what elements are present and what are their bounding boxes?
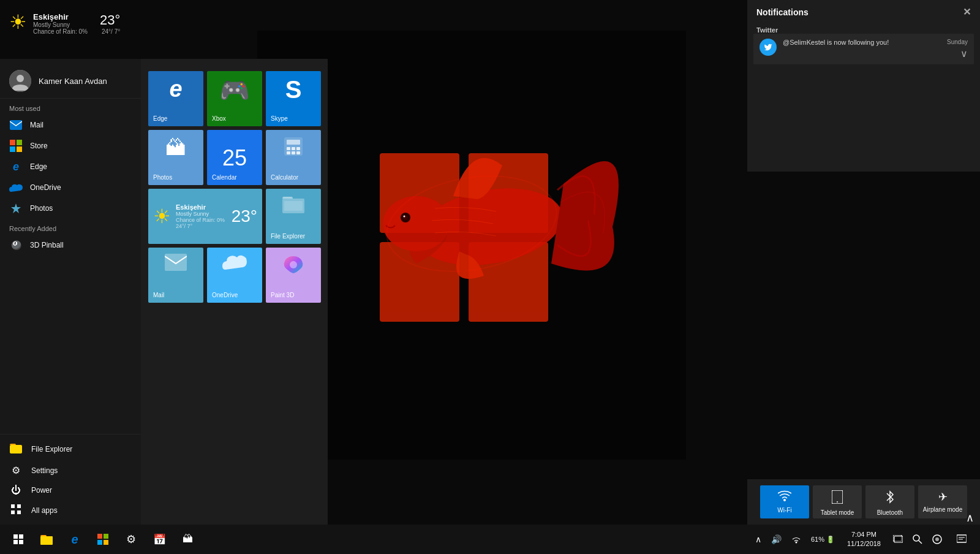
- taskbar-calendar[interactable]: 📅: [146, 525, 173, 554]
- tile-calendar[interactable]: 25 Calendar: [207, 130, 262, 185]
- calendar-date: 25: [222, 147, 247, 169]
- app-item-photos[interactable]: Photos: [0, 198, 141, 219]
- calculator-icon: [282, 135, 305, 159]
- taskbar-settings[interactable]: ⚙: [118, 525, 145, 554]
- taskbar-notification-center[interactable]: [948, 525, 975, 554]
- quick-action-wifi[interactable]: Wi-Fi: [760, 485, 809, 518]
- tile-mail[interactable]: Mail: [148, 248, 203, 303]
- svg-rect-43: [40, 536, 53, 545]
- quick-action-airplane[interactable]: ✈ Airplane mode: [918, 485, 967, 518]
- tile-xbox[interactable]: 🎮 Xbox: [207, 71, 262, 126]
- twitter-icon: [760, 39, 777, 56]
- svg-rect-44: [97, 534, 102, 539]
- quick-actions-chevron[interactable]: ∧: [966, 511, 974, 525]
- tile-paint3d[interactable]: Paint 3D: [266, 248, 321, 303]
- svg-rect-34: [165, 254, 187, 271]
- tile-onedrive[interactable]: OneDrive: [207, 248, 262, 303]
- app-item-edge[interactable]: e Edge: [0, 156, 141, 177]
- taskbar-fileexplorer[interactable]: [33, 525, 60, 554]
- tile-weather[interactable]: ☀ Eskişehir Mostly Sunny Chance of Rain:…: [148, 189, 262, 244]
- settings-button[interactable]: ⚙ Settings: [0, 460, 141, 480]
- notifications-close-button[interactable]: ✕: [963, 6, 971, 18]
- most-used-label: Most used: [0, 99, 141, 115]
- app-label-edge: Edge: [30, 162, 47, 171]
- onedrive-tile-icon: [222, 254, 247, 271]
- bluetooth-qa-icon: [886, 490, 894, 507]
- tiles-grid: e Edge 🎮 Xbox S Skype 🏔 Photos 25 Calend…: [148, 71, 320, 303]
- svg-rect-55: [957, 535, 967, 542]
- start-button[interactable]: [5, 525, 32, 554]
- taskbar-battery[interactable]: 61% 🔋: [807, 525, 839, 554]
- battery-display: 61% 🔋: [811, 536, 835, 544]
- file-explorer-button[interactable]: File Explorer: [0, 438, 141, 460]
- tile-calculator[interactable]: Calculator: [266, 130, 321, 185]
- tile-edge[interactable]: e Edge: [148, 71, 203, 126]
- svg-rect-42: [19, 540, 23, 544]
- taskbar-store[interactable]: [89, 525, 116, 554]
- app-label-store: Store: [30, 142, 48, 150]
- app-label-3dpinball: 3D Pinball: [30, 241, 64, 249]
- svg-rect-13: [10, 120, 22, 130]
- quick-action-tablet[interactable]: Tablet mode: [813, 485, 862, 518]
- svg-rect-20: [11, 504, 15, 508]
- app-item-3dpinball[interactable]: 🎱 3D Pinball: [0, 235, 141, 256]
- taskbar-tray-expand[interactable]: ∧: [752, 525, 765, 554]
- svg-point-36: [783, 499, 786, 501]
- taskbar-edge[interactable]: e: [61, 525, 88, 554]
- svg-rect-50: [894, 536, 903, 542]
- quick-action-bluetooth[interactable]: Bluetooth: [865, 485, 914, 518]
- tablet-qa-label: Tablet mode: [821, 509, 854, 516]
- tile-paint3d-label: Paint 3D: [271, 292, 294, 299]
- taskbar-search[interactable]: [909, 525, 926, 554]
- mail-icon: [9, 118, 23, 132]
- tile-skype-label: Skype: [271, 115, 288, 123]
- clock-time: 7:04 PM: [851, 530, 876, 539]
- svg-rect-16: [10, 146, 15, 152]
- svg-marker-18: [11, 203, 21, 213]
- app-item-mail[interactable]: Mail: [0, 115, 141, 135]
- weather-city: Eskişehir: [33, 12, 88, 21]
- power-button[interactable]: ⏻ Power: [0, 480, 141, 500]
- svg-rect-28: [296, 147, 300, 150]
- all-apps-button[interactable]: All apps: [0, 500, 141, 521]
- tile-onedrive-label: OneDrive: [212, 292, 238, 299]
- tile-fileexplorer[interactable]: File Explorer: [266, 189, 321, 244]
- notifications-title: Notifications: [756, 7, 809, 17]
- svg-point-6: [383, 196, 450, 251]
- start-user-section[interactable]: Kamer Kaan Avdan: [0, 59, 141, 99]
- tile-photos-label: Photos: [153, 174, 172, 181]
- svg-rect-23: [17, 510, 21, 514]
- notification-expand-button[interactable]: ∨: [960, 48, 968, 59]
- taskbar-cortana[interactable]: [929, 525, 946, 554]
- store-icon: [9, 139, 23, 153]
- tile-skype[interactable]: S Skype: [266, 71, 321, 126]
- app-label-mail: Mail: [30, 121, 43, 129]
- tile-edge-label: Edge: [153, 115, 167, 123]
- settings-icon: ⚙: [9, 465, 23, 476]
- weather-temp: 23°: [100, 12, 120, 28]
- svg-rect-39: [13, 534, 18, 539]
- app-item-onedrive[interactable]: OneDrive: [0, 177, 141, 198]
- taskbar-photos[interactable]: 🏔: [174, 525, 201, 554]
- weather-tile-city: Eskişehir: [176, 203, 229, 211]
- taskbar-volume[interactable]: 🔊: [767, 525, 785, 554]
- recently-added-label: Recently Added: [0, 219, 141, 235]
- svg-point-51: [913, 535, 919, 541]
- notification-time: Sunday: [947, 39, 968, 45]
- battery-icon: 🔋: [826, 536, 835, 544]
- power-label: Power: [31, 486, 52, 495]
- svg-rect-29: [287, 151, 290, 154]
- tile-photos[interactable]: 🏔 Photos: [148, 130, 203, 185]
- svg-point-54: [935, 537, 939, 541]
- taskbar-taskview[interactable]: [889, 525, 907, 554]
- photos-icon-small: [9, 202, 23, 215]
- start-bottom-section: File Explorer ⚙ Settings ⏻ Power All app…: [0, 434, 141, 525]
- notification-text: @SelimKestel is now following you!: [783, 39, 941, 46]
- weather-range: 24°/ 7°: [102, 28, 120, 35]
- taskbar-clock[interactable]: 7:04 PM 11/12/2018: [841, 525, 887, 554]
- svg-rect-27: [292, 147, 295, 150]
- taskbar-wifi[interactable]: [788, 525, 805, 554]
- quick-actions-panel: Wi-Fi Tablet mode Bluetooth ✈ Airplane m…: [747, 479, 980, 525]
- start-tiles-panel: e Edge 🎮 Xbox S Skype 🏔 Photos 25 Calend…: [141, 59, 328, 525]
- app-item-store[interactable]: Store: [0, 135, 141, 156]
